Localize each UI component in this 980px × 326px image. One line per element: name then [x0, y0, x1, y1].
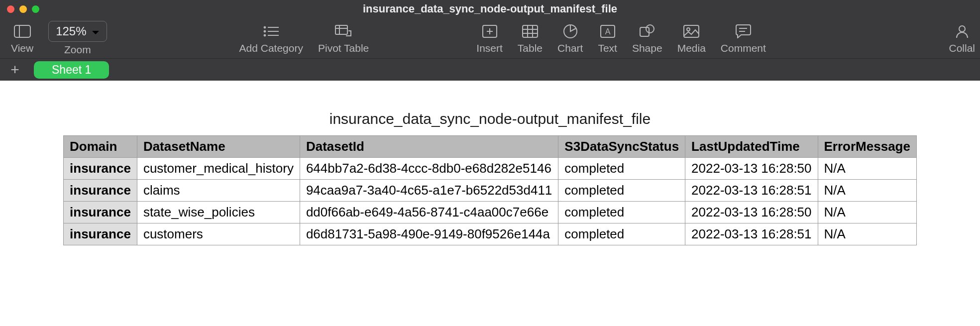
- cell-domain[interactable]: insurance: [64, 158, 137, 180]
- cell-error[interactable]: N/A: [818, 180, 916, 202]
- fullscreen-window-button[interactable]: [32, 5, 39, 13]
- cell-datasetid[interactable]: 94caa9a7-3a40-4c65-a1e7-b6522d53d411: [300, 180, 558, 202]
- cell-updated[interactable]: 2022-03-13 16:28:50: [685, 158, 818, 180]
- sheet-tab-bar: + Sheet 1: [0, 59, 980, 81]
- cell-datasetname[interactable]: state_wise_policies: [137, 202, 300, 223]
- titlebar: insurance_data_sync_node-output_manifest…: [0, 0, 980, 18]
- cell-updated[interactable]: 2022-03-13 16:28:50: [685, 202, 818, 223]
- window-title: insurance_data_sync_node-output_manifest…: [363, 2, 617, 15]
- sidebar-icon: [13, 22, 31, 40]
- cell-status[interactable]: completed: [558, 180, 685, 202]
- svg-rect-8: [335, 25, 347, 34]
- col-error[interactable]: ErrorMessage: [818, 136, 916, 158]
- collaborate-label: Collal: [949, 42, 975, 54]
- text-button[interactable]: A Text: [592, 22, 623, 54]
- close-window-button[interactable]: [7, 5, 14, 13]
- comment-button[interactable]: Comment: [715, 22, 772, 54]
- shape-icon: [638, 22, 656, 40]
- cell-updated[interactable]: 2022-03-13 16:28:51: [685, 180, 818, 202]
- pivot-icon: [334, 22, 352, 40]
- add-category-button[interactable]: Add Category: [233, 22, 309, 54]
- insert-label: Insert: [476, 42, 503, 54]
- col-datasetname[interactable]: DatasetName: [137, 136, 300, 158]
- shape-label: Shape: [632, 42, 662, 54]
- svg-point-2: [264, 26, 266, 28]
- chevron-down-icon: [92, 24, 100, 38]
- zoom-value: 125%: [56, 24, 86, 38]
- insert-icon: [481, 22, 499, 40]
- cell-datasetname[interactable]: customers: [137, 223, 300, 245]
- media-icon: [682, 22, 700, 40]
- media-label: Media: [677, 42, 706, 54]
- table-row[interactable]: insuranceclaims94caa9a7-3a40-4c65-a1e7-b…: [64, 180, 917, 202]
- svg-point-6: [264, 34, 266, 36]
- collaborate-icon: [953, 22, 971, 40]
- comment-icon: [734, 22, 752, 40]
- cell-status[interactable]: completed: [558, 223, 685, 245]
- cell-domain[interactable]: insurance: [64, 223, 137, 245]
- svg-point-25: [687, 28, 690, 31]
- view-button[interactable]: View: [5, 22, 39, 54]
- col-updated[interactable]: LastUpdatedTime: [685, 136, 818, 158]
- text-label: Text: [598, 42, 617, 54]
- cell-domain[interactable]: insurance: [64, 180, 137, 202]
- sheet-tab-active[interactable]: Sheet 1: [34, 61, 109, 79]
- minimize-window-button[interactable]: [19, 5, 27, 13]
- chart-button[interactable]: Chart: [551, 22, 589, 54]
- media-button[interactable]: Media: [671, 22, 712, 54]
- spreadsheet-canvas[interactable]: insurance_data_sync_node-output_manifest…: [0, 81, 980, 245]
- cell-error[interactable]: N/A: [818, 223, 916, 245]
- add-sheet-button[interactable]: +: [8, 62, 22, 77]
- cell-status[interactable]: completed: [558, 202, 685, 223]
- svg-point-23: [646, 25, 654, 33]
- col-datasetid[interactable]: DatasetId: [300, 136, 558, 158]
- shape-button[interactable]: Shape: [626, 22, 668, 54]
- svg-point-4: [264, 30, 266, 32]
- col-domain[interactable]: Domain: [64, 136, 137, 158]
- toolbar: View 125% Zoom Add Category Pivot Table …: [0, 18, 980, 59]
- cell-datasetid[interactable]: d6d81731-5a98-490e-9149-80f9526e144a: [300, 223, 558, 245]
- table-row[interactable]: insurancestate_wise_policiesdd0f66ab-e64…: [64, 202, 917, 223]
- svg-rect-0: [14, 25, 30, 37]
- col-status[interactable]: S3DataSyncStatus: [558, 136, 685, 158]
- cell-status[interactable]: completed: [558, 158, 685, 180]
- svg-text:A: A: [605, 27, 610, 36]
- collaborate-button[interactable]: Collal: [943, 22, 975, 54]
- pivot-table-button[interactable]: Pivot Table: [312, 22, 375, 54]
- insert-button[interactable]: Insert: [470, 22, 509, 54]
- cell-error[interactable]: N/A: [818, 158, 916, 180]
- comment-label: Comment: [721, 42, 766, 54]
- table-label: Table: [518, 42, 543, 54]
- svg-point-28: [959, 26, 965, 32]
- table-icon: [521, 22, 539, 40]
- data-table[interactable]: Domain DatasetName DatasetId S3DataSyncS…: [63, 135, 917, 245]
- text-icon: A: [599, 22, 617, 40]
- chart-icon: [561, 22, 579, 40]
- table-button[interactable]: Table: [512, 22, 548, 54]
- zoom-label: Zoom: [64, 44, 91, 56]
- svg-rect-14: [523, 25, 538, 37]
- zoom-control[interactable]: 125% Zoom: [42, 21, 112, 56]
- traffic-lights: [7, 5, 39, 13]
- table-title[interactable]: insurance_data_sync_node-output_manifest…: [30, 110, 950, 127]
- cell-error[interactable]: N/A: [818, 202, 916, 223]
- cell-domain[interactable]: insurance: [64, 202, 137, 223]
- table-row[interactable]: insurancecustomersd6d81731-5a98-490e-914…: [64, 223, 917, 245]
- cell-updated[interactable]: 2022-03-13 16:28:51: [685, 223, 818, 245]
- table-row[interactable]: insurancecustomer_medical_history644bb7a…: [64, 158, 917, 180]
- cell-datasetname[interactable]: customer_medical_history: [137, 158, 300, 180]
- add-category-label: Add Category: [239, 42, 303, 54]
- view-label: View: [11, 42, 33, 54]
- chart-label: Chart: [557, 42, 583, 54]
- cell-datasetid[interactable]: dd0f66ab-e649-4a56-8741-c4aa00c7e66e: [300, 202, 558, 223]
- pivot-table-label: Pivot Table: [318, 42, 369, 54]
- table-header-row: Domain DatasetName DatasetId S3DataSyncS…: [64, 136, 917, 158]
- cell-datasetname[interactable]: claims: [137, 180, 300, 202]
- cell-datasetid[interactable]: 644bb7a2-6d38-4ccc-8db0-e68d282e5146: [300, 158, 558, 180]
- list-icon: [262, 22, 280, 40]
